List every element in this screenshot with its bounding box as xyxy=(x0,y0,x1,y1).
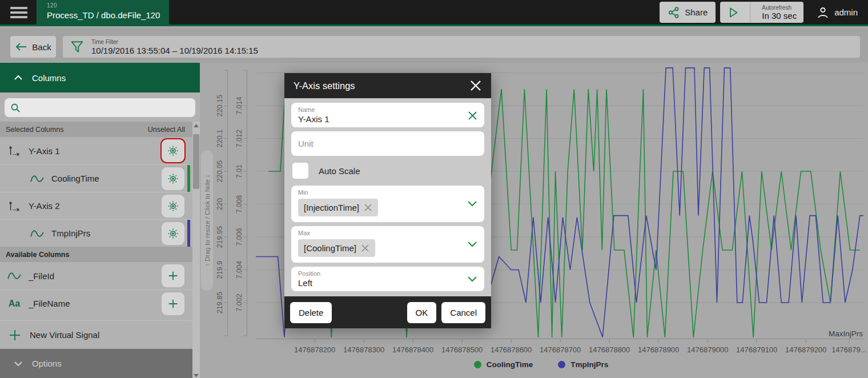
settings-button[interactable] xyxy=(162,195,184,218)
active-tab[interactable]: 120 Process_TD / dbo.deFile_120 xyxy=(37,0,169,26)
sine-wave-icon xyxy=(30,228,45,239)
new-virtual-signal-label: New Virtual Signal xyxy=(30,330,99,340)
remove-max-chip-icon xyxy=(361,244,369,252)
scroll-up-arrow[interactable] xyxy=(192,122,200,130)
settings-button[interactable] xyxy=(162,222,184,245)
svg-text:7.012: 7.012 xyxy=(235,130,243,147)
sidebar: Columns Selected Columns Unselect All Y-… xyxy=(0,63,200,378)
series-color-stripe xyxy=(187,165,190,192)
options-section-header[interactable]: Options xyxy=(0,349,200,378)
svg-text:220.15: 220.15 xyxy=(216,95,224,116)
name-field-label: Name xyxy=(298,106,477,113)
svg-text:220.05: 220.05 xyxy=(216,160,224,182)
add-column-button[interactable] xyxy=(162,292,184,315)
svg-text:1476879100: 1476879100 xyxy=(736,345,777,354)
unit-field[interactable]: Unit xyxy=(291,131,484,156)
min-field-label: Min xyxy=(298,189,477,196)
column-label: Y-Axis 2 xyxy=(29,201,59,211)
svg-text:1476879...: 1476879... xyxy=(831,345,866,354)
legend-label: CoolingTime xyxy=(487,360,533,369)
close-icon[interactable] xyxy=(469,79,482,92)
share-label: Share xyxy=(685,7,708,17)
back-button[interactable]: Back xyxy=(10,36,56,58)
arrow-left-icon xyxy=(15,42,27,51)
max-chip-label: [CoolingTime] xyxy=(304,243,356,253)
svg-text:1476878600: 1476878600 xyxy=(491,345,532,354)
column-row-y-axis 1[interactable]: Y-Axis 1 xyxy=(0,137,200,164)
menu-icon[interactable] xyxy=(10,7,27,18)
position-field[interactable]: Position Left xyxy=(291,267,484,291)
settings-button[interactable] xyxy=(162,139,184,162)
svg-text:220: 220 xyxy=(216,198,224,210)
scrollbar-thumb[interactable] xyxy=(193,134,199,189)
legend-item-tmpinjprs[interactable]: TmpInjPrs xyxy=(558,360,608,369)
selected-columns-label: Selected Columns xyxy=(6,126,63,134)
selected-columns-bar: Selected Columns Unselect All xyxy=(0,122,200,137)
sidebar-scrollbar[interactable] xyxy=(192,122,200,378)
legend-label: TmpInjPrs xyxy=(570,360,608,369)
unselect-all-link[interactable]: Unselect All xyxy=(148,126,185,134)
axis-icon xyxy=(8,144,21,157)
delete-button[interactable]: Delete xyxy=(290,302,332,323)
max-dropdown-icon[interactable] xyxy=(467,239,477,250)
gear-icon xyxy=(167,200,179,212)
svg-text:7.002: 7.002 xyxy=(235,293,243,311)
max-chip[interactable]: [CoolingTime] xyxy=(298,239,375,257)
column-row-y-axis 2[interactable]: Y-Axis 2 xyxy=(0,192,200,219)
max-field[interactable]: Max [CoolingTime] xyxy=(291,226,484,263)
svg-text:1476878500: 1476878500 xyxy=(441,345,483,354)
column-label: _FileId xyxy=(29,271,54,281)
plus-icon xyxy=(8,328,22,342)
dialog-footer: Delete OK Cancel xyxy=(284,296,491,328)
svg-text:1476878300: 1476878300 xyxy=(343,345,384,354)
settings-button[interactable] xyxy=(162,167,184,190)
column-row-_fileid[interactable]: _FileId xyxy=(0,262,200,289)
gear-icon xyxy=(167,172,179,185)
gear-icon xyxy=(167,227,179,240)
y-axis-settings-dialog: Y-Axis settings Name Y-Axis 1 Unit Auto … xyxy=(284,73,491,328)
share-button[interactable]: Share xyxy=(660,2,716,23)
user-menu[interactable]: admin xyxy=(816,6,858,19)
svg-text:7.01: 7.01 xyxy=(235,164,243,178)
columns-section-header[interactable]: Columns xyxy=(0,63,200,93)
position-dropdown-icon[interactable] xyxy=(467,274,477,284)
clear-name-icon[interactable] xyxy=(468,111,477,123)
svg-text:7.008: 7.008 xyxy=(235,195,243,213)
autorefresh-label: Autorefresh xyxy=(762,5,797,11)
position-field-label: Position xyxy=(298,270,477,277)
search-input[interactable] xyxy=(25,103,185,112)
legend-item-coolingtime[interactable]: CoolingTime xyxy=(474,360,533,369)
min-dropdown-icon[interactable] xyxy=(467,199,477,209)
auto-scale-checkbox[interactable] xyxy=(292,163,308,179)
svg-text:219.95: 219.95 xyxy=(216,226,224,248)
svg-text:219.85: 219.85 xyxy=(216,292,224,313)
toolbar: Back Time Filter 10/19/2016 13:55:04 – 1… xyxy=(0,28,868,63)
divider xyxy=(750,2,750,23)
new-virtual-signal-button[interactable]: New Virtual Signal xyxy=(0,320,200,349)
person-icon xyxy=(816,6,830,19)
tab-number: 120 xyxy=(47,2,169,9)
min-chip[interactable]: [InjectionTime] xyxy=(298,199,378,216)
scroll-down-arrow[interactable] xyxy=(192,372,200,378)
column-row-_filename[interactable]: Aa_FileName xyxy=(0,289,200,317)
topbar: 120 Process_TD / dbo.deFile_120 Share Au… xyxy=(0,0,868,26)
name-field-value: Y-Axis 1 xyxy=(298,114,477,124)
time-filter[interactable]: Time Filter 10/19/2016 13:55:04 – 10/19/… xyxy=(63,36,860,58)
column-search[interactable] xyxy=(5,98,195,117)
series-annotation: MaxInjPrs xyxy=(829,329,863,338)
sine-wave-icon xyxy=(30,173,45,184)
time-filter-label: Time Filter xyxy=(91,39,258,45)
drag-handle-label: ↑ Drag to resize / Click to hide ↓ xyxy=(204,174,211,267)
name-field[interactable]: Name Y-Axis 1 xyxy=(291,103,484,127)
ok-button[interactable]: OK xyxy=(407,302,437,323)
min-field[interactable]: Min [InjectionTime] xyxy=(291,186,484,222)
play-icon xyxy=(720,2,745,23)
drag-resize-handle[interactable]: ↑ Drag to resize / Click to hide ↓ xyxy=(201,150,213,291)
cancel-button[interactable]: Cancel xyxy=(441,302,485,323)
share-icon xyxy=(668,6,680,19)
column-row-coolingtime[interactable]: CoolingTime xyxy=(0,164,200,192)
add-column-button[interactable] xyxy=(162,264,184,287)
svg-text:1476878900: 1476878900 xyxy=(638,345,679,354)
column-row-tmpinjprs[interactable]: TmpInjPrs xyxy=(0,219,200,247)
autorefresh-button[interactable]: Autorefresh In 30 sec xyxy=(720,2,803,23)
